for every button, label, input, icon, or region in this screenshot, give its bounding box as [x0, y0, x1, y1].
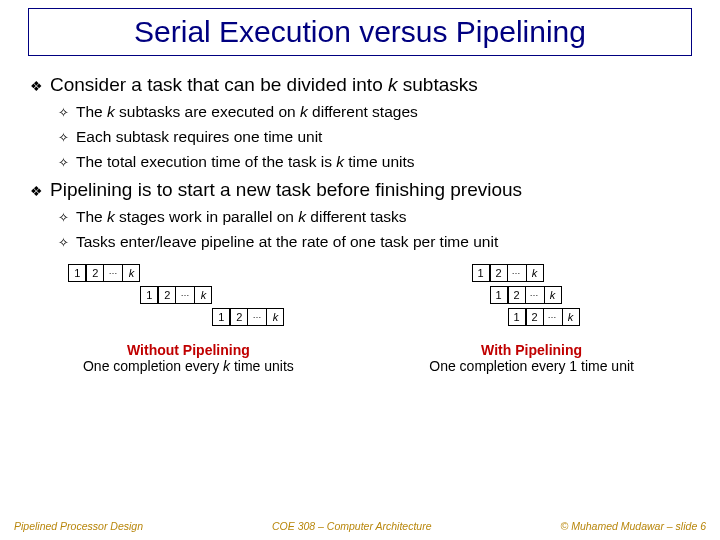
- caption-pipeline: With Pipelining One completion every 1 t…: [429, 342, 634, 374]
- diamond-small-icon: ✧: [58, 210, 69, 225]
- cell-dots: …: [104, 264, 122, 282]
- content-area: ❖ Consider a task that can be divided in…: [0, 60, 720, 251]
- cell-dots: …: [248, 308, 266, 326]
- diagram-pipeline: 1 2 … k 1 2 … k 1 2 … k With Pipelining …: [373, 260, 690, 374]
- pipeline-row-1: 1 2 … k: [472, 264, 544, 282]
- cell: 2: [86, 264, 104, 282]
- cell: k: [122, 264, 140, 282]
- bullet-sub-1b: ✧ Each subtask requires one time unit: [58, 128, 690, 146]
- cell-dots: …: [508, 264, 526, 282]
- diamond-small-icon: ✧: [58, 155, 69, 170]
- cell: k: [544, 286, 562, 304]
- bullet-sub-1a: ✧ The k subtasks are executed on k diffe…: [58, 103, 690, 121]
- cell: 2: [508, 286, 526, 304]
- cell-dots: …: [176, 286, 194, 304]
- cell: 2: [526, 308, 544, 326]
- bullet-main-1: ❖ Consider a task that can be divided in…: [30, 74, 690, 96]
- bullet-sub-1c: ✧ The total execution time of the task i…: [58, 153, 690, 171]
- pipeline-stairs: 1 2 … k 1 2 … k 1 2 … k: [432, 264, 632, 336]
- diamond-small-icon: ✧: [58, 235, 69, 250]
- slide-title: Serial Execution versus Pipelining: [39, 15, 681, 49]
- bullet-sub-2b: ✧ Tasks enter/leave pipeline at the rate…: [58, 233, 690, 251]
- footer-left: Pipelined Processor Design: [14, 520, 143, 532]
- serial-row-2: 1 2 … k: [140, 286, 212, 304]
- bullet-main-2: ❖ Pipelining is to start a new task befo…: [30, 179, 690, 201]
- cell: 2: [490, 264, 508, 282]
- cell-dots: …: [526, 286, 544, 304]
- cell: 1: [140, 286, 158, 304]
- footer: Pipelined Processor Design COE 308 – Com…: [0, 520, 720, 532]
- caption-serial: Without Pipelining One completion every …: [83, 342, 294, 374]
- cell: k: [526, 264, 544, 282]
- pipeline-row-3: 1 2 … k: [508, 308, 580, 326]
- cell: 1: [68, 264, 86, 282]
- footer-center: COE 308 – Computer Architecture: [272, 520, 432, 532]
- pipeline-row-2: 1 2 … k: [490, 286, 562, 304]
- cell-dots: …: [544, 308, 562, 326]
- diamond-small-icon: ✧: [58, 130, 69, 145]
- cell: 2: [230, 308, 248, 326]
- bullet-sub-2a: ✧ The k stages work in parallel on k dif…: [58, 208, 690, 226]
- diamond-icon: ❖: [30, 78, 43, 94]
- cell: 2: [158, 286, 176, 304]
- cell: 1: [490, 286, 508, 304]
- cell: 1: [508, 308, 526, 326]
- cell: k: [562, 308, 580, 326]
- footer-right: © Muhamed Mudawar – slide 6: [561, 520, 706, 532]
- diamond-icon: ❖: [30, 183, 43, 199]
- cell: k: [194, 286, 212, 304]
- title-box: Serial Execution versus Pipelining: [28, 8, 692, 56]
- diamond-small-icon: ✧: [58, 105, 69, 120]
- diagram-area: 1 2 … k 1 2 … k 1 2 … k Without Pipelini…: [0, 258, 720, 374]
- serial-stairs: 1 2 … k 1 2 … k 1 2 … k: [48, 264, 328, 336]
- cell: k: [266, 308, 284, 326]
- serial-row-3: 1 2 … k: [212, 308, 284, 326]
- diagram-serial: 1 2 … k 1 2 … k 1 2 … k Without Pipelini…: [30, 260, 347, 374]
- cell: 1: [472, 264, 490, 282]
- serial-row-1: 1 2 … k: [68, 264, 140, 282]
- cell: 1: [212, 308, 230, 326]
